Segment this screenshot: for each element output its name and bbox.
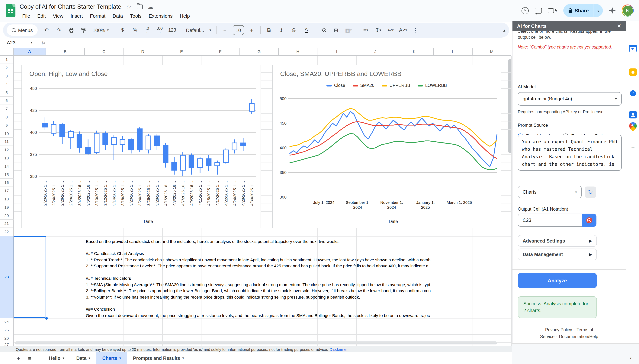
row-header-19[interactable]: 19 [0, 203, 14, 212]
refresh-charts-button[interactable]: ↻ [585, 186, 596, 198]
font-size-input[interactable]: 10 [233, 25, 244, 35]
column-header-D[interactable]: D [123, 48, 162, 56]
meet-presentation-button[interactable]: ▾ [548, 8, 557, 13]
row-header-5[interactable]: 5 [0, 88, 14, 97]
column-header-M[interactable]: M [473, 48, 511, 56]
menu-format[interactable]: Format [87, 12, 109, 20]
menu-insert[interactable]: Insert [67, 12, 86, 20]
more-toolbar-button[interactable]: ⋮ [410, 25, 421, 35]
tasks-icon[interactable]: ✓ [629, 90, 637, 97]
prompt-text-input[interactable]: You are an expert Quant Finance PhD who … [518, 134, 622, 171]
row-header-14[interactable]: 14 [0, 162, 14, 170]
star-icon[interactable]: ☆ [126, 4, 131, 10]
name-box[interactable]: A23 [0, 40, 31, 45]
column-header-A[interactable]: A [14, 48, 46, 56]
output-cell-input[interactable] [518, 214, 582, 227]
sheet-tab-prompts-and-results[interactable]: Prompts and Results▾ [127, 352, 190, 364]
add-sheet-button[interactable]: + [13, 355, 24, 361]
advanced-settings-expander[interactable]: Advanced Settings▶ [518, 235, 597, 247]
column-header-I[interactable]: I [317, 48, 356, 56]
row-header-9[interactable]: 9 [0, 121, 14, 130]
menu-view[interactable]: View [50, 12, 67, 20]
data-management-expander[interactable]: Data Management▶ [518, 248, 597, 260]
decrease-decimals-button[interactable]: .0← [142, 25, 153, 35]
text-wrap-button[interactable]: ↩▾ [385, 25, 396, 35]
row-header-15[interactable]: 15 [0, 170, 14, 178]
menu-help[interactable]: Help [176, 12, 193, 20]
contacts-icon[interactable] [629, 111, 637, 118]
keep-icon[interactable] [629, 68, 637, 76]
number-format-button[interactable]: 123 [166, 25, 178, 35]
row-header-13[interactable]: 13 [0, 154, 14, 162]
comments-icon[interactable] [535, 8, 542, 13]
row-header-26[interactable]: 26 [0, 334, 14, 342]
pick-cell-button[interactable] [582, 214, 596, 227]
row-header-2[interactable]: 2 [0, 64, 14, 72]
fill-color-button[interactable] [318, 25, 329, 35]
analyze-button[interactable]: Analyze [518, 273, 597, 288]
row-header-23[interactable]: 23 [0, 236, 14, 318]
search-menus-button[interactable]: Menus [7, 24, 38, 36]
format-currency-button[interactable]: $ [117, 25, 128, 35]
undo-button[interactable]: ↶ [41, 25, 52, 35]
footer-link-privacy-policy[interactable]: Privacy Policy [545, 328, 572, 332]
share-button[interactable]: Share ▾ [563, 4, 603, 17]
share-dropdown[interactable]: ▾ [594, 7, 603, 14]
decrease-font-size-button[interactable]: − [219, 25, 231, 35]
rail-expand-icon[interactable]: › [630, 354, 632, 360]
fill-handle[interactable] [45, 316, 48, 320]
row-header-21[interactable]: 21 [0, 220, 14, 228]
horizontal-align-button[interactable]: ≡▾ [360, 25, 372, 35]
avatar[interactable]: N [622, 4, 634, 16]
text-color-button[interactable]: A [301, 25, 312, 35]
gemini-sparkle-icon[interactable] [609, 7, 616, 14]
row-header-6[interactable]: 6 [0, 97, 14, 105]
row-header-22[interactable]: 22 [0, 228, 14, 236]
row-header-25[interactable]: 25 [0, 326, 14, 334]
candlestick-chart[interactable]: Open, High, Low and Close 35037540042545… [22, 65, 261, 228]
paint-format-button[interactable] [78, 25, 90, 35]
menu-file[interactable]: File [19, 12, 34, 20]
version-history-icon[interactable] [522, 7, 529, 14]
zoom-control[interactable]: 100%▾ [90, 27, 111, 33]
maps-icon[interactable] [628, 121, 638, 132]
increase-font-size-button[interactable]: + [246, 25, 258, 35]
column-header-J[interactable]: J [356, 48, 395, 56]
merge-cells-button[interactable]: ▦▾ [343, 25, 354, 35]
menu-extensions[interactable]: Extensions [145, 12, 176, 20]
select-all-corner[interactable] [0, 48, 14, 56]
add-addon-icon[interactable]: + [629, 144, 637, 151]
row-header-3[interactable]: 3 [0, 72, 14, 80]
column-header-K[interactable]: K [395, 48, 434, 56]
menu-tools[interactable]: Tools [127, 12, 145, 20]
sheets-logo-icon[interactable] [6, 4, 16, 17]
row-header-17[interactable]: 17 [0, 187, 14, 195]
menu-edit[interactable]: Edit [34, 12, 49, 20]
italic-button[interactable]: I [276, 25, 287, 35]
increase-decimals-button[interactable]: .00→ [154, 25, 166, 35]
bold-button[interactable]: B [263, 25, 275, 35]
borders-button[interactable]: ⊞ [330, 25, 342, 35]
vertical-scrollbar[interactable] [508, 59, 511, 153]
charts-select[interactable]: Charts▾ [518, 186, 582, 198]
column-header-H[interactable]: H [279, 48, 317, 56]
footer-link-documentation-help[interactable]: Documentation/Help [559, 334, 598, 339]
move-folder-icon[interactable] [136, 4, 142, 9]
column-header-L[interactable]: L [434, 48, 473, 56]
row-header-7[interactable]: 7 [0, 105, 14, 113]
row-header-16[interactable]: 16 [0, 178, 14, 187]
font-family-selector[interactable]: Defaul...▾ [184, 27, 214, 33]
row-header-4[interactable]: 4 [0, 80, 14, 88]
strikethrough-button[interactable]: S [288, 25, 300, 35]
column-header-G[interactable]: G [240, 48, 279, 56]
print-button[interactable] [66, 25, 77, 35]
column-header-B[interactable]: B [46, 48, 85, 56]
row-header-12[interactable]: 12 [0, 146, 14, 154]
horizontal-scrollbar[interactable] [15, 342, 497, 344]
column-header-E[interactable]: E [162, 48, 201, 56]
sheet-tab-charts[interactable]: Charts▾ [96, 352, 127, 364]
row-header-18[interactable]: 18 [0, 195, 14, 203]
row-header-24[interactable]: 24 [0, 318, 14, 326]
collapse-toolbar-button[interactable]: ▴ [503, 28, 505, 32]
row-header-10[interactable]: 10 [0, 129, 14, 138]
